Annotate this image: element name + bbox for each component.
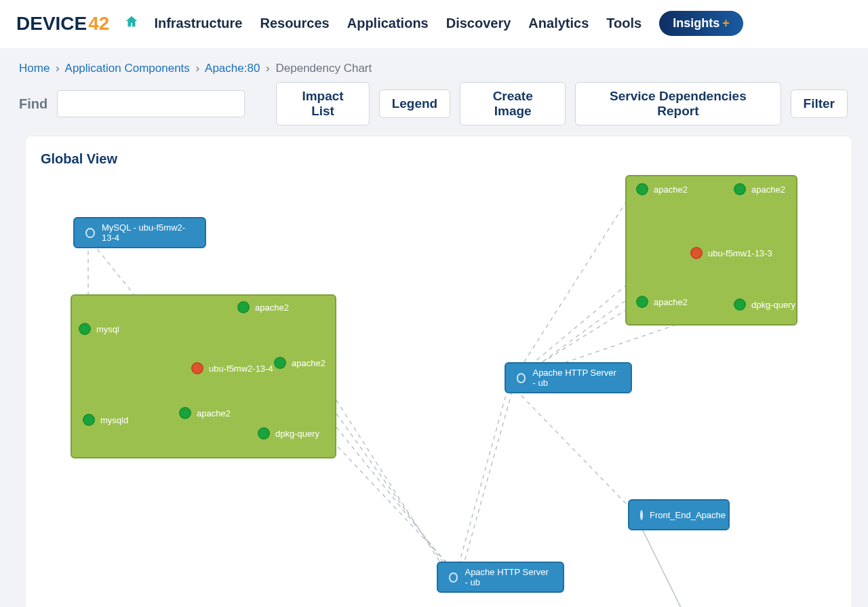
crumb-home[interactable]: Home (19, 62, 50, 75)
svg-line-13 (458, 380, 515, 583)
chevron-right-icon: › (53, 62, 62, 75)
process-node[interactable]: mysql (79, 323, 119, 335)
process-dot-icon (734, 298, 746, 311)
svg-line-8 (336, 400, 445, 570)
content-shell: Home › Application Components › Apache:8… (0, 48, 868, 607)
nav-applications[interactable]: Applications (347, 16, 429, 31)
crumb-leaf: Dependency Chart (275, 62, 372, 75)
find-input[interactable] (57, 90, 245, 117)
svg-line-10 (336, 427, 456, 575)
process-label: apache2 (654, 297, 688, 307)
app-node[interactable]: MySQL - ubu-f5mw2-13-4 (73, 217, 206, 248)
legend-button[interactable]: Legend (379, 90, 451, 118)
process-dot-icon (734, 183, 746, 195)
impact-list-button[interactable]: Impact List (276, 82, 369, 125)
app-ring-icon (85, 228, 95, 238)
process-label: apache2 (292, 358, 326, 368)
nav-infrastructure[interactable]: Infrastructure (154, 16, 242, 31)
process-dot-icon (83, 414, 95, 426)
svg-line-24 (640, 525, 692, 607)
breadcrumb: Home › Application Components › Apache:8… (9, 58, 852, 82)
process-dot-icon (79, 323, 91, 335)
process-dot-icon (258, 427, 270, 439)
brand-word: DEVICE (16, 13, 87, 35)
panel-title: Global View (41, 151, 837, 167)
insights-pill[interactable]: Insights+ (659, 11, 743, 36)
process-dot-icon (237, 301, 250, 313)
process-label: dpkg-query (751, 300, 795, 310)
chevron-right-icon: › (193, 62, 203, 75)
host-dot-icon (191, 362, 203, 374)
app-ring-icon (449, 572, 458, 583)
process-node[interactable]: apache2 (237, 301, 289, 313)
app-label: Apache HTTP Server - ub (532, 368, 620, 388)
find-label: Find (19, 96, 47, 112)
process-label: apache2 (654, 184, 688, 195)
process-dot-icon (636, 296, 648, 308)
process-label: mysql (96, 324, 119, 334)
chevron-right-icon: › (263, 62, 273, 75)
host-center-node[interactable]: ubu-f5mw1-13-3 (690, 247, 772, 259)
home-icon[interactable] (124, 14, 139, 33)
insights-label: Insights (673, 16, 719, 31)
host-dot-icon (690, 247, 703, 259)
nav-discovery[interactable]: Discovery (446, 16, 511, 31)
brand-logo[interactable]: DEVICE42 (16, 13, 109, 35)
process-label: dpkg-query (275, 429, 319, 439)
host-center-node[interactable]: ubu-f5mw2-13-4 (191, 362, 273, 374)
app-node[interactable]: Apache HTTP Server - ub (437, 562, 564, 593)
process-label: mysqld (100, 415, 128, 425)
app-label: Front_End_Apache (650, 510, 726, 520)
process-node[interactable]: mysqld (83, 414, 128, 426)
svg-line-23 (513, 387, 637, 515)
process-node[interactable]: dpkg-query (258, 427, 319, 439)
process-dot-icon (179, 407, 191, 419)
main-nav: Infrastructure Resources Applications Di… (154, 11, 743, 36)
process-node[interactable]: apache2 (636, 183, 688, 195)
svg-line-14 (515, 193, 632, 376)
host-label: ubu-f5mw1-13-3 (708, 248, 772, 258)
app-label: MySQL - ubu-f5mw2-13-4 (102, 222, 194, 243)
svg-line-11 (332, 441, 461, 578)
dependency-chart-panel: Global View ubu-f5mw2-13-4mysqlapache2ap… (26, 136, 852, 607)
process-dot-icon (636, 183, 648, 195)
app-label: Apache HTTP Server - ub (465, 567, 552, 587)
process-node[interactable]: dpkg-query (734, 298, 795, 311)
process-label: apache2 (255, 302, 289, 313)
app-ring-icon (640, 510, 643, 520)
graph-canvas[interactable]: ubu-f5mw2-13-4mysqlapache2apache2mysqlda… (41, 175, 837, 607)
nav-tools[interactable]: Tools (606, 16, 642, 31)
process-dot-icon (274, 357, 286, 369)
process-label: apache2 (197, 408, 231, 418)
plus-icon: + (722, 16, 730, 31)
crumb-apache[interactable]: Apache:80 (205, 62, 260, 75)
process-node[interactable]: apache2 (179, 407, 231, 419)
topbar: DEVICE42 Infrastructure Resources Applic… (0, 0, 868, 48)
filter-button[interactable]: Filter (791, 90, 848, 118)
service-dependencies-report-button[interactable]: Service Dependencies Report (575, 82, 781, 125)
process-node[interactable]: apache2 (636, 296, 688, 308)
nav-analytics[interactable]: Analytics (528, 16, 589, 31)
process-node[interactable]: apache2 (274, 357, 326, 369)
toolbar: Find Impact List Legend Create Image Ser… (9, 82, 852, 136)
create-image-button[interactable]: Create Image (460, 82, 566, 125)
host-label: ubu-f5mw2-13-4 (209, 364, 273, 374)
svg-line-12 (454, 376, 511, 581)
nav-resources[interactable]: Resources (260, 16, 329, 31)
process-node[interactable]: apache2 (734, 183, 785, 195)
app-node[interactable]: Front_End_Apache (628, 499, 730, 530)
brand-num: 42 (88, 13, 109, 35)
process-label: apache2 (751, 184, 785, 195)
crumb-components[interactable]: Application Components (65, 62, 190, 75)
app-ring-icon (517, 373, 526, 383)
app-node[interactable]: Apache HTTP Server - ub (505, 362, 632, 393)
